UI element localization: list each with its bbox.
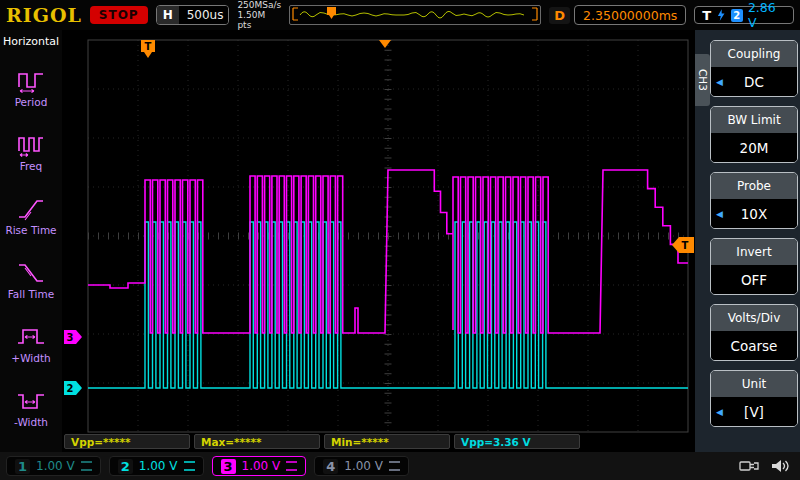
channel-box[interactable]: 2 1.00 V [109, 456, 204, 476]
coupling-icon [286, 461, 297, 471]
run-state-badge: STOP [90, 6, 148, 24]
delay-label: D [549, 7, 570, 24]
menu-item-title: Unit [711, 371, 797, 397]
menu-arrow: ◀ [716, 407, 723, 417]
top-status-bar: RIGOL STOP H 500us 250MSa/s 1.50M pts D … [0, 0, 800, 30]
svg-text:T: T [145, 41, 152, 52]
menu-item-title: Probe [711, 173, 797, 199]
channel-number: 2 [118, 459, 133, 474]
menu-item-volts-div[interactable]: Volts/Div ◀ Coarse [710, 304, 798, 361]
usb-icon [738, 458, 760, 474]
ch3-ground-marker[interactable]: 3 [64, 330, 82, 344]
rigol-logo: RIGOL [6, 4, 82, 26]
acquisition-info: 250MSa/s 1.50M pts [237, 0, 281, 30]
oscilloscope-screen: RIGOL STOP H 500us 250MSa/s 1.50M pts D … [0, 0, 800, 480]
trigger-edge-icon [716, 8, 725, 22]
menu-arrow: ◀ [716, 209, 723, 219]
menu-item-title: Coupling [711, 41, 797, 67]
svg-text:2: 2 [67, 383, 74, 394]
measurement-label: Max=***** [194, 434, 320, 449]
menu-item-value: OFF [741, 272, 767, 288]
measure-item-label: +Width [11, 352, 50, 364]
timebase-value: 500us [179, 6, 230, 24]
measure-menu-title: Horizontal [0, 30, 62, 56]
measure-item-plus-width[interactable]: +Width [0, 312, 62, 376]
channel-menu-tab[interactable]: CH3 [695, 54, 710, 106]
menu-item-title: Invert [711, 239, 797, 265]
minus-width-icon [16, 388, 46, 414]
measurement-label: Vpp=***** [64, 434, 190, 449]
menu-item-value: Coarse [731, 338, 778, 354]
scope-display: T T 3 2 Vpp=***** Max=***** Min=***** [62, 30, 695, 452]
measure-item-label: Period [15, 96, 48, 108]
channel-box[interactable]: 3 1.00 V [212, 456, 307, 476]
channel-number: 3 [221, 459, 236, 474]
freq-icon [16, 132, 46, 158]
svg-text:T: T [682, 240, 689, 251]
measure-item-period[interactable]: Period [0, 56, 62, 120]
plus-width-icon [16, 324, 46, 350]
horizontal-timebase-group[interactable]: H 500us [156, 5, 230, 25]
trigger-source-badge: 2 [731, 9, 743, 22]
measurement-label: Vpp=3.36 V [454, 434, 580, 449]
menu-item-invert[interactable]: Invert ◀ OFF [710, 238, 798, 295]
channel-number: 1 [15, 459, 30, 474]
coupling-icon [389, 461, 400, 471]
channel-scale: 1.00 V [139, 459, 178, 473]
trigger-time-flag[interactable]: T [141, 40, 155, 58]
system-icons [738, 458, 790, 474]
rise-time-icon [16, 196, 46, 222]
trigger-label: T [702, 8, 711, 23]
measure-item-label: -Width [14, 416, 48, 428]
coupling-icon [184, 461, 195, 471]
measurement-label: Min=***** [324, 434, 450, 449]
svg-text:3: 3 [67, 332, 74, 343]
fall-time-icon [16, 260, 46, 286]
trigger-level-value: 2.86 V [748, 0, 786, 30]
channel-box[interactable]: 1 1.00 V [6, 456, 101, 476]
measure-item-freq[interactable]: Freq [0, 120, 62, 184]
preview-left-bracket [293, 8, 298, 20]
menu-item-value: DC [744, 74, 764, 90]
measure-sidebar: Horizontal Period Freq Rise Time [0, 30, 62, 452]
channel-menu-sidebar: CH3 Coupling ◀ DC BW Limit ◀ 20M Probe [695, 30, 800, 452]
menu-item-value: 10X [741, 206, 767, 222]
measure-item-label: Rise Time [5, 224, 56, 236]
menu-item-value: 20M [740, 140, 769, 156]
channel-scale: 1.00 V [242, 459, 281, 473]
menu-item-probe[interactable]: Probe ◀ 10X [710, 172, 798, 229]
horizontal-label: H [157, 6, 179, 24]
menu-item-unit[interactable]: Unit ◀ [V] [710, 370, 798, 427]
waveform-preview[interactable] [289, 5, 541, 25]
menu-item-coupling[interactable]: Coupling ◀ DC [710, 40, 798, 97]
channel-status-bar: 1 1.00 V 2 1.00 V 3 1.00 V 4 1.00 V [0, 452, 800, 480]
preview-trigger-marker[interactable] [327, 7, 336, 19]
channel-scale: 1.00 V [344, 459, 383, 473]
measure-item-label: Freq [20, 160, 43, 172]
period-icon [16, 68, 46, 94]
preview-right-bracket [532, 8, 537, 20]
delay-group[interactable]: D 2.35000000ms [549, 5, 686, 25]
measure-item-label: Fall Time [8, 288, 54, 300]
speaker-icon [770, 458, 790, 474]
measure-item-fall-time[interactable]: Fall Time [0, 248, 62, 312]
memory-depth: 1.50M pts [237, 10, 281, 30]
scope-svg: T T 3 2 [62, 30, 695, 452]
menu-arrow: ◀ [716, 77, 723, 87]
channel-box[interactable]: 4 1.00 V [314, 456, 409, 476]
delay-value: 2.35000000ms [574, 5, 686, 25]
channel-menu: Coupling ◀ DC BW Limit ◀ 20M Probe ◀ 10X [710, 40, 798, 436]
trigger-info-group[interactable]: T 2 2.86 V [694, 6, 794, 24]
sample-rate: 250MSa/s [237, 0, 281, 10]
menu-item-bw-limit[interactable]: BW Limit ◀ 20M [710, 106, 798, 163]
measure-item-rise-time[interactable]: Rise Time [0, 184, 62, 248]
measure-item-minus-width[interactable]: -Width [0, 376, 62, 440]
menu-item-title: BW Limit [711, 107, 797, 133]
channel-scale: 1.00 V [36, 459, 75, 473]
preview-svg [290, 6, 540, 22]
trigger-level-tag[interactable]: T [672, 237, 694, 253]
measurement-readout-row: Vpp=***** Max=***** Min=***** Vpp=3.36 V [64, 434, 693, 450]
menu-item-value: [V] [744, 404, 764, 420]
trigger-position-arrow[interactable] [379, 40, 391, 48]
ch2-ground-marker[interactable]: 2 [64, 381, 82, 395]
